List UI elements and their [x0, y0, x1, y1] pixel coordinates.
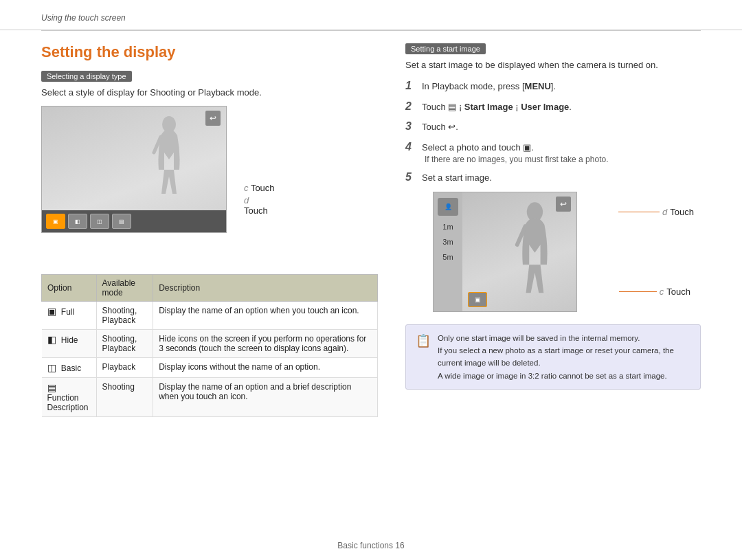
cam2-main-area: ↩ ▣ — [462, 192, 576, 311]
display-type-description: Select a style of display for Shooting o… — [41, 87, 378, 98]
toolbar-icon-full[interactable]: ▣ — [46, 214, 65, 229]
option-full: ▣ Full — [42, 302, 97, 330]
cam2-back-button[interactable]: ↩ — [556, 197, 571, 212]
table-body: ▣ Full Shooting,Playback Display the nam… — [42, 302, 378, 417]
icon-full: ▣ — [47, 306, 56, 317]
cam2-person-icon[interactable]: 👤 — [438, 198, 458, 216]
table-row: ◫ Basic Playback Display icons without t… — [42, 358, 378, 378]
option-function: ▤ FunctionDescription — [42, 378, 97, 417]
camera-preview-wrapper: ↩ ▣ ◧ ◫ ▤ — [41, 106, 275, 233]
cam2-left-panel: 👤 1m 3m 5m — [434, 192, 462, 311]
table-header: Option Available mode Description — [42, 275, 378, 302]
desc-basic: Display icons without the name of an opt… — [153, 358, 378, 378]
col-header-description: Description — [153, 275, 378, 302]
step-2: 2 Touch ▤ ¡ Start Image ¡ User Image. — [405, 100, 701, 114]
icon-function: ▤ — [47, 382, 56, 393]
desc-hide: Hide icons on the screen if you perform … — [153, 330, 378, 358]
note-icon: 📋 — [416, 333, 431, 348]
note-line-1: Only one start image will be saved in th… — [438, 332, 690, 344]
cam2-ann-d: d Touch — [618, 207, 694, 217]
cam2-bottom-icon[interactable]: ▣ — [468, 292, 487, 307]
step-3: 3 Touch ↩. — [405, 120, 701, 134]
start-image-intro: Set a start image to be displayed when t… — [405, 60, 701, 70]
annotation-d-label: d Touch — [244, 195, 275, 216]
table-row: ▣ Full Shooting,Playback Display the nam… — [42, 302, 378, 330]
toolbar-icon-function[interactable]: ▤ — [112, 214, 131, 229]
mode-hide: Shooting,Playback — [96, 330, 153, 358]
footer-page-num: 16 — [395, 541, 404, 550]
section-header-title: Using the touch screen — [41, 13, 126, 23]
option-basic: ◫ Basic — [42, 358, 97, 378]
cam2-ann-c-line — [619, 291, 657, 292]
option-hide: ◧ Hide — [42, 330, 97, 358]
desc-function: Display the name of an option and a brie… — [153, 378, 378, 417]
mode-basic: Playback — [96, 358, 153, 378]
back-button-corner[interactable]: ↩ — [205, 111, 221, 126]
right-column: Setting a start image Set a start image … — [405, 43, 701, 417]
icon-basic: ◫ — [47, 362, 56, 373]
note-line-3: A wide image or image in 3:2 ratio canno… — [438, 370, 690, 382]
cam2-ann-c: c Touch — [619, 287, 690, 297]
cam2-silhouette — [508, 201, 563, 297]
col-header-mode: Available mode — [96, 275, 153, 302]
annotation-c-label: c Touch — [244, 183, 275, 193]
footer-text: Basic functions — [337, 541, 393, 550]
subsection-badge-2: Setting a start image — [405, 43, 486, 54]
toolbar-icon-basic[interactable]: ◫ — [90, 214, 109, 229]
annotation-lines-svg — [41, 125, 275, 166]
toolbar-icon-hide[interactable]: ◧ — [68, 214, 87, 229]
mode-function: Shooting — [96, 378, 153, 417]
option-table: Option Available mode Description ▣ Full… — [41, 274, 378, 417]
camera-preview-2: 👤 1m 3m 5m — [433, 192, 577, 312]
page-header: Using the touch screen — [0, 0, 742, 30]
camera-preview-2-wrapper: 👤 1m 3m 5m — [419, 192, 618, 312]
subsection-badge-1: Selecting a display type — [41, 71, 132, 82]
icon-hide: ◧ — [47, 334, 56, 345]
note-box: 📋 Only one start image will be saved in … — [405, 324, 701, 390]
note-text: Only one start image will be saved in th… — [438, 332, 690, 383]
col-header-option: Option — [42, 275, 97, 302]
main-content: Setting the display Selecting a display … — [0, 31, 742, 424]
mode-full: Shooting,Playback — [96, 302, 153, 330]
step-5: 5 Set a start image. — [405, 171, 701, 185]
page-footer: Basic functions 16 — [0, 541, 742, 550]
table-row: ◧ Hide Shooting,Playback Hide icons on t… — [42, 330, 378, 358]
cam2-ann-d-line — [618, 212, 660, 212]
table-row: ▤ FunctionDescription Shooting Display t… — [42, 378, 378, 417]
left-column: Setting the display Selecting a display … — [41, 43, 378, 417]
steps-list: 1 In Playback mode, press [MENU]. 2 Touc… — [405, 80, 701, 185]
cam2-size-labels: 1m 3m 5m — [442, 223, 453, 261]
section-title: Setting the display — [41, 43, 378, 61]
step-4-sub: If there are no images, you must first t… — [422, 155, 608, 164]
step-4: 4 Select a photo and touch ▣. If there a… — [405, 141, 701, 165]
desc-full: Display the name of an option when you t… — [153, 302, 378, 330]
camera-toolbar: ▣ ◧ ◫ ▤ — [42, 210, 226, 232]
step-1: 1 In Playback mode, press [MENU]. — [405, 80, 701, 93]
note-line-2: If you select a new photo as a start ima… — [438, 344, 690, 370]
